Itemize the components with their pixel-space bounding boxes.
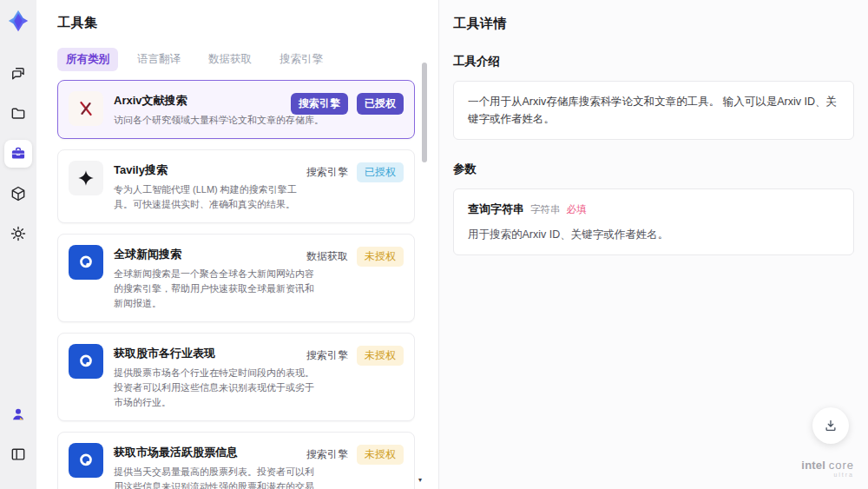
sidebar-item-files[interactable] <box>4 100 32 128</box>
panel-toggle-icon <box>10 446 27 463</box>
tab-language-translation[interactable]: 语言翻译 <box>128 48 189 71</box>
category-badge: 搜索引擎 <box>291 93 348 115</box>
param-name: 查询字符串 <box>468 201 524 219</box>
tool-card-tavily[interactable]: Tavily搜索 专为人工智能代理 (LLM) 构建的搜索引擎工具。可快速提供实… <box>57 149 415 223</box>
tool-description: 全球新闻搜索是一个聚合全球各大新闻网站内容的搜索引擎，帮助用户快速获取全球最新资… <box>114 267 315 311</box>
user-icon <box>10 406 27 423</box>
tool-detail-panel: 工具详情 工具介绍 一个用于从Arxiv存储库搜索科学论文和文章的工具。 输入可… <box>438 0 868 489</box>
quark-search-icon <box>69 344 103 379</box>
sidebar-item-tools[interactable] <box>4 140 32 168</box>
tool-card-global-news[interactable]: 全球新闻搜索 全球新闻搜索是一个聚合全球各大新闻网站内容的搜索引擎，帮助用户快速… <box>57 234 415 322</box>
brand-core-text: core <box>829 459 854 472</box>
app-logo-icon <box>5 8 31 34</box>
app-window: 工具集 所有类别 语言翻译 数据获取 搜索引擎 Arxiv文献搜索 访问各个研究… <box>0 0 868 489</box>
download-icon <box>823 418 838 433</box>
params-heading: 参数 <box>453 162 854 177</box>
package-icon <box>10 185 27 202</box>
sidebar-item-account[interactable] <box>4 400 32 428</box>
sidebar-item-settings[interactable] <box>4 220 32 248</box>
category-tabs: 所有类别 语言翻译 数据获取 搜索引擎 <box>57 48 438 71</box>
download-button[interactable] <box>812 407 849 444</box>
intro-heading: 工具介绍 <box>453 54 854 69</box>
quark-search-icon <box>69 245 103 280</box>
auth-badge: 已授权 <box>357 162 404 182</box>
tool-card-arxiv[interactable]: Arxiv文献搜索 访问各个研究领域大量科学论文和文章的存储库。 搜索引擎 已授… <box>57 80 415 139</box>
tool-description: 提供当天交易量最高的股票列表。投资者可以利用这些信息来识别流动性强的股票和潜在的… <box>114 465 315 489</box>
intel-core-logo: intel core ultra <box>801 459 854 479</box>
param-required-flag: 必填 <box>567 202 587 217</box>
sidebar-rail <box>0 0 36 489</box>
brand-sub-text: ultra <box>801 472 854 479</box>
tool-description: 访问各个研究领域大量科学论文和文章的存储库。 <box>114 113 332 128</box>
tool-card-sector-performance[interactable]: 获取股市各行业表现 提供股票市场各个行业在特定时间段内的表现。投资者可以利用这些… <box>57 333 415 421</box>
param-type: 字符串 <box>530 202 561 217</box>
sidebar-item-packages[interactable] <box>4 180 32 208</box>
param-box: 查询字符串 字符串 必填 用于搜索的Arxiv ID、关键字或作者姓名。 <box>453 188 854 255</box>
brand-intel-text: intel <box>801 459 825 472</box>
tool-description: 提供股票市场各个行业在特定时间段内的表现。投资者可以利用这些信息来识别表现优于或… <box>114 366 315 410</box>
category-label: 搜索引擎 <box>306 165 348 180</box>
tab-data-fetch[interactable]: 数据获取 <box>200 48 260 71</box>
tab-search-engine[interactable]: 搜索引擎 <box>271 48 332 71</box>
tool-list: Arxiv文献搜索 访问各个研究领域大量科学论文和文章的存储库。 搜索引擎 已授… <box>57 80 415 489</box>
tab-all-categories[interactable]: 所有类别 <box>57 48 118 71</box>
page-title: 工具集 <box>57 15 438 31</box>
auth-badge: 未授权 <box>357 247 404 267</box>
quark-search-icon <box>69 443 103 478</box>
auth-badge: 已授权 <box>357 93 404 115</box>
toolbox-icon <box>10 145 27 162</box>
sidebar-item-chat[interactable] <box>4 60 32 88</box>
param-description: 用于搜索的Arxiv ID、关键字或作者姓名。 <box>468 226 839 243</box>
chat-icon <box>10 65 27 83</box>
detail-title: 工具详情 <box>453 16 854 32</box>
tool-card-active-stocks[interactable]: 获取市场最活跃股票信息 提供当天交易量最高的股票列表。投资者可以利用这些信息来识… <box>57 432 415 489</box>
scrollbar-track[interactable]: ▾ <box>422 63 427 472</box>
settings-gear-icon <box>10 225 27 242</box>
category-label: 搜索引擎 <box>306 348 348 363</box>
scroll-down-caret-icon[interactable]: ▾ <box>418 476 422 484</box>
sidebar-item-collapse[interactable] <box>4 440 32 468</box>
tool-description: 专为人工智能代理 (LLM) 构建的搜索引擎工具。可快速提供实时、准确和真实的结… <box>114 182 315 212</box>
category-label: 数据获取 <box>306 249 348 264</box>
folder-icon <box>10 105 27 122</box>
auth-badge: 未授权 <box>357 346 404 366</box>
intro-box: 一个用于从Arxiv存储库搜索科学论文和文章的工具。 输入可以是Arxiv ID… <box>453 81 854 140</box>
category-label: 搜索引擎 <box>306 447 348 462</box>
scrollbar-thumb[interactable] <box>422 63 427 162</box>
auth-badge: 未授权 <box>357 445 404 465</box>
tavily-star-icon <box>69 161 103 195</box>
arxiv-logo-icon <box>69 91 103 126</box>
tool-list-panel: 工具集 所有类别 语言翻译 数据获取 搜索引擎 Arxiv文献搜索 访问各个研究… <box>36 0 438 489</box>
